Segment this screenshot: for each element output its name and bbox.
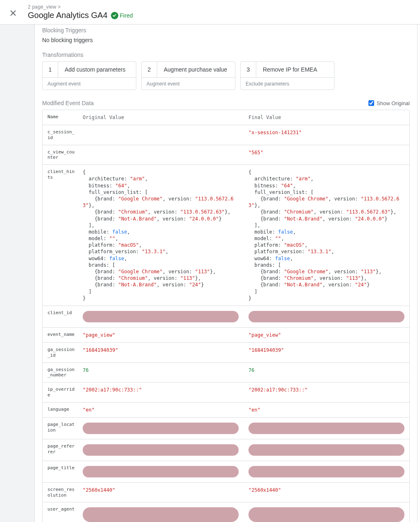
col-final-header: Final Value xyxy=(244,110,409,125)
row-name: c_session_id xyxy=(43,125,78,145)
row-name: page_referrer xyxy=(43,439,78,461)
row-final-value: 76 xyxy=(244,363,409,382)
show-original-checkbox[interactable]: Show Original xyxy=(368,100,410,106)
row-original-value xyxy=(78,145,244,165)
table-row: ga_session_number 76 76 xyxy=(43,363,409,383)
redacted-value xyxy=(83,423,239,434)
col-original-header: Original Value xyxy=(78,110,244,125)
transformation-title: Add custom parameters xyxy=(58,66,136,73)
row-name: client_hints xyxy=(43,165,78,306)
row-original-value: 76 xyxy=(78,363,244,382)
row-name: user_agent xyxy=(43,502,78,522)
table-row: page_title xyxy=(43,461,409,483)
table-row: user_agent xyxy=(43,502,409,522)
row-original-value xyxy=(78,461,244,482)
row-original-value: { architecture: "arm", bitness: "64", fu… xyxy=(78,165,244,306)
row-final-value: "565" xyxy=(244,145,409,165)
row-final-value: "1684194039" xyxy=(244,343,409,362)
redacted-value xyxy=(83,311,239,322)
redacted-value xyxy=(248,507,404,522)
table-row: c_view_counter "565" xyxy=(43,145,409,165)
row-name: language xyxy=(43,403,78,417)
check-icon xyxy=(111,12,118,19)
transformations-heading: Transformations xyxy=(42,52,410,58)
row-final-value xyxy=(244,418,409,439)
transformation-subtitle: Augment event xyxy=(142,77,235,90)
row-name: client_id xyxy=(43,306,78,327)
table-row: client_id xyxy=(43,306,409,328)
transformation-number: 1 xyxy=(43,62,58,77)
row-original-value: "1684194039" xyxy=(78,343,244,362)
fired-badge: Fired xyxy=(111,12,133,19)
row-final-value: "2002:a17:90c:733::" xyxy=(244,382,409,402)
redacted-value xyxy=(83,444,239,456)
close-button[interactable] xyxy=(7,7,20,20)
table-row: client_hints { architecture: "arm", bitn… xyxy=(43,165,409,306)
page-title: Google Analytics GA4 xyxy=(28,11,108,20)
row-final-value xyxy=(244,439,409,461)
table-row: event_name "page_view" "page_view" xyxy=(43,328,409,343)
table-row: page_referrer xyxy=(43,439,409,461)
modified-event-data-heading: Modified Event Data xyxy=(42,100,94,106)
redacted-value xyxy=(248,423,404,434)
row-name: ga_session_id xyxy=(43,343,78,362)
row-name: page_location xyxy=(43,418,78,439)
transformation-title: Augment purchase value xyxy=(157,66,235,73)
row-original-value: "page_view" xyxy=(78,328,244,342)
row-final-value: "x-session-141231" xyxy=(244,125,409,145)
table-row: language "en" "en" xyxy=(43,403,409,418)
row-name: ip_override xyxy=(43,382,78,402)
redacted-value xyxy=(83,466,239,477)
row-original-value xyxy=(78,125,244,145)
row-name: c_view_counter xyxy=(43,145,78,165)
transformation-card[interactable]: 2 Augment purchase value Augment event xyxy=(141,61,235,90)
row-original-value xyxy=(78,502,244,522)
row-name: screen_resolution xyxy=(43,483,78,502)
transformation-title: Remove IP for EMEA xyxy=(256,66,334,73)
show-original-input[interactable] xyxy=(368,100,374,106)
table-row: c_session_id "x-session-141231" xyxy=(43,125,409,145)
transformation-number: 3 xyxy=(241,62,256,77)
row-final-value: "2560x1440" xyxy=(244,483,409,502)
row-final-value xyxy=(244,461,409,482)
row-original-value: "en" xyxy=(78,403,244,417)
show-original-label: Show Original xyxy=(377,100,410,106)
transformation-number: 2 xyxy=(142,62,157,77)
redacted-value xyxy=(248,311,404,322)
table-row: ga_session_id "1684194039" "1684194039" xyxy=(43,343,409,363)
row-name: ga_session_number xyxy=(43,363,78,382)
transformation-card[interactable]: 3 Remove IP for EMEA Exclude parameters xyxy=(240,61,334,90)
blocking-triggers-heading: Blocking Triggers xyxy=(42,27,410,34)
row-name: page_title xyxy=(43,461,78,482)
close-icon xyxy=(10,10,16,16)
row-final-value: { architecture: "arm", bitness: "64", fu… xyxy=(244,165,409,306)
row-original-value: "2560x1440" xyxy=(78,483,244,502)
fired-label: Fired xyxy=(120,12,133,19)
transformation-subtitle: Exclude parameters xyxy=(241,77,334,90)
col-name-header: Name xyxy=(43,110,78,125)
row-final-value xyxy=(244,306,409,327)
blocking-triggers-text: No blocking triggers xyxy=(42,37,410,43)
table-row: page_location xyxy=(43,418,409,439)
row-final-value: "page_view" xyxy=(244,328,409,342)
redacted-value xyxy=(83,507,239,522)
redacted-value xyxy=(248,444,404,456)
table-row: screen_resolution "2560x1440" "2560x1440… xyxy=(43,483,409,503)
row-name: event_name xyxy=(43,328,78,342)
transformation-subtitle: Augment event xyxy=(43,77,136,90)
row-final-value: "en" xyxy=(244,403,409,417)
breadcrumb[interactable]: 2 page_view > xyxy=(28,4,133,10)
redacted-value xyxy=(248,466,404,477)
table-row: ip_override "2002:a17:90c:733::" "2002:a… xyxy=(43,382,409,403)
row-original-value xyxy=(78,418,244,439)
row-final-value xyxy=(244,502,409,522)
row-original-value xyxy=(78,306,244,327)
row-original-value: "2002:a17:90c:733::" xyxy=(78,382,244,402)
transformation-card[interactable]: 1 Add custom parameters Augment event xyxy=(42,61,136,90)
row-original-value xyxy=(78,439,244,461)
